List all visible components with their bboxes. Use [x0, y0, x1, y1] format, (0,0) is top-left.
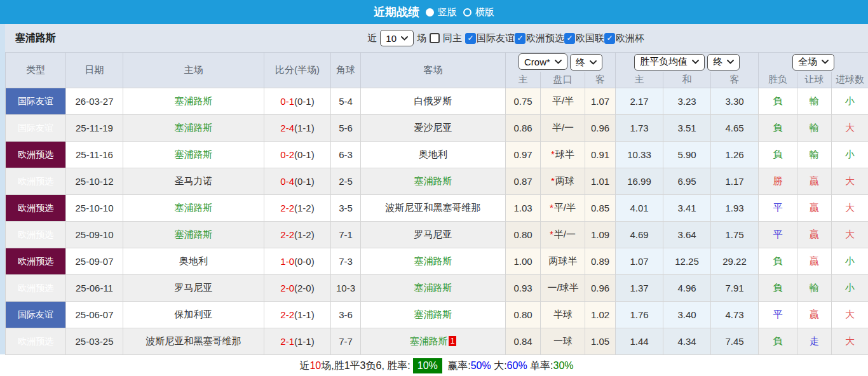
layout-vertical-option[interactable]: 竖版 — [426, 6, 457, 18]
odds-company-value: Crow* — [524, 57, 550, 67]
odds-away: 1.01 — [585, 168, 616, 195]
odds-company-select[interactable]: Crow* — [519, 53, 567, 70]
away-team: 罗马尼亚 — [361, 222, 506, 248]
competition-filters: ✓国际友谊✓欧洲预选✓欧国联✓欧洲杯 — [465, 32, 644, 44]
corner-count: 7-7 — [331, 328, 361, 355]
mean-away-odds: 4.65 — [711, 115, 759, 142]
odds-home: 0.80 — [506, 302, 541, 328]
odds-home: 0.80 — [506, 222, 541, 248]
checked-checkbox-icon[interactable]: ✓ — [515, 33, 526, 44]
result-handicap: 輸 — [797, 115, 832, 142]
chevron-down-icon — [727, 60, 734, 64]
radio-unselected-icon[interactable] — [463, 8, 471, 17]
checked-checkbox-icon[interactable]: ✓ — [465, 33, 476, 44]
sub-header-handicap: 盘口 — [541, 72, 585, 88]
score-cell: 2-2(1-1) — [264, 302, 331, 328]
summary-line: 近10场,胜1平3负6, 胜率:10% 赢率:50% 大:60% 单率:30% — [5, 355, 868, 376]
games-label: 场 — [417, 32, 426, 44]
competition-filter[interactable]: ✓欧国联 — [564, 32, 604, 44]
table-row: 欧洲预选 25-06-11 罗马尼亚 2-0(2-0) 10-3 塞浦路斯 0.… — [6, 275, 868, 302]
summary-text: 单率: — [527, 359, 553, 373]
corner-count: 7-3 — [331, 248, 361, 275]
live-star-mark: * — [551, 175, 555, 186]
checked-checkbox-icon[interactable]: ✓ — [564, 33, 575, 44]
mean-draw-odds: 3.41 — [663, 195, 711, 222]
odds-away: 0.96 — [585, 275, 616, 302]
odds-home: 0.86 — [506, 115, 541, 142]
mean-away-odds: 7.91 — [711, 275, 759, 302]
checked-checkbox-icon[interactable]: ✓ — [604, 33, 615, 44]
sub-header-mean-draw: 和 — [663, 72, 711, 88]
competition-filter[interactable]: ✓欧洲杯 — [604, 32, 644, 44]
match-date: 25-11-16 — [66, 142, 123, 168]
handicap-value: 两球 — [555, 175, 574, 186]
score-cell: 0-1(0-1) — [264, 88, 331, 115]
recent-results-panel: 近期战绩 竖版 横版 塞浦路斯 近 10 场 同主 ✓国际友谊✓欧洲预选✓欧国联… — [0, 0, 868, 376]
fulltime-score: 0-1 — [280, 96, 294, 107]
title-bar: 近期战绩 竖版 横版 — [0, 0, 868, 24]
mean-away-odds: 1.93 — [711, 195, 759, 222]
competition-filter[interactable]: ✓国际友谊 — [465, 32, 515, 44]
result-handicap: 輸 — [797, 88, 832, 115]
result-wdl: 平 — [759, 195, 797, 222]
wdl-time-select[interactable]: 终 — [707, 54, 740, 70]
mean-away-odds: 1.75 — [711, 222, 759, 248]
table-row: 国际友谊 25-06-07 保加利亚 2-2(1-1) 3-6 塞浦路斯 0.8… — [6, 302, 868, 328]
result-handicap: 贏 — [797, 222, 832, 248]
result-handicap: 贏 — [797, 195, 832, 222]
handicap-value: 半球 — [553, 309, 573, 319]
score-cell: 1-0(0-0) — [264, 248, 331, 275]
home-team: 圣马力诺 — [123, 168, 264, 195]
home-team: 塞浦路斯 — [123, 222, 264, 248]
same-home-checkbox[interactable] — [430, 33, 440, 43]
handicap-cell: *半/一 — [541, 222, 585, 248]
match-date: 26-03-27 — [66, 88, 123, 115]
fulltime-score: 2-0 — [280, 283, 294, 293]
result-handicap: 輸 — [797, 275, 832, 302]
result-handicap: 輸 — [797, 142, 832, 168]
handicap-value: 一球 — [553, 335, 573, 346]
table-row: 欧洲预选 25-09-10 塞浦路斯 2-2(1-2) 7-1 罗马尼亚 0.8… — [6, 222, 868, 248]
result-wdl: 負 — [759, 248, 797, 275]
mean-away-odds: 29.22 — [711, 248, 759, 275]
odds-away: 1.09 — [585, 222, 616, 248]
mean-draw-odds: 5.90 — [663, 142, 711, 168]
mean-home-odds: 16.99 — [616, 168, 663, 195]
competition-filter[interactable]: ✓欧洲预选 — [515, 32, 564, 44]
home-team: 塞浦路斯 — [123, 195, 264, 222]
sub-header-handicap-result: 让球 — [797, 72, 832, 88]
wdl-mean-value: 胜平负均值 — [640, 56, 688, 68]
radio-selected-icon[interactable] — [426, 8, 434, 17]
mean-draw-odds: 3.40 — [663, 302, 711, 328]
handicap-value: 一/球半 — [547, 282, 578, 293]
odds-away: 0.85 — [585, 195, 616, 222]
summary-text: 近 — [299, 359, 309, 373]
sub-header-goals: 进球数 — [832, 72, 868, 88]
wdl-time-value: 终 — [713, 56, 722, 68]
odds-time-select[interactable]: 终 — [570, 54, 602, 70]
halftime-score: (1-1) — [294, 336, 315, 347]
handicap-value: 半/一 — [552, 122, 574, 133]
col-header-home: 主场 — [123, 53, 264, 88]
fulltime-score: 0-2 — [280, 149, 294, 160]
odds-home: 0.93 — [506, 275, 541, 302]
scope-select-group: 全场 — [759, 53, 868, 72]
mean-away-odds: 7.45 — [711, 328, 759, 355]
result-handicap: 贏 — [797, 248, 832, 275]
fulltime-score: 2-2 — [280, 229, 294, 240]
handicap-cell: 半球 — [541, 302, 585, 328]
scope-select[interactable]: 全场 — [792, 54, 834, 70]
mean-home-odds: 10.33 — [616, 142, 663, 168]
handicap-cell: 半/一 — [541, 115, 585, 142]
result-wdl: 負 — [759, 275, 797, 302]
match-date: 25-06-07 — [66, 302, 123, 328]
odds-home: 0.84 — [506, 328, 541, 355]
halftime-score: (1-2) — [294, 203, 315, 213]
handicap-cell: 两球半 — [541, 248, 585, 275]
layout-horizontal-option[interactable]: 横版 — [463, 6, 494, 18]
corner-count: 3-5 — [331, 195, 361, 222]
halftime-score: (0-1) — [294, 149, 315, 160]
wdl-mean-select[interactable]: 胜平负均值 — [634, 54, 705, 70]
match-type-badge: 欧洲预选 — [6, 275, 66, 302]
match-count-select[interactable]: 10 — [380, 30, 414, 46]
